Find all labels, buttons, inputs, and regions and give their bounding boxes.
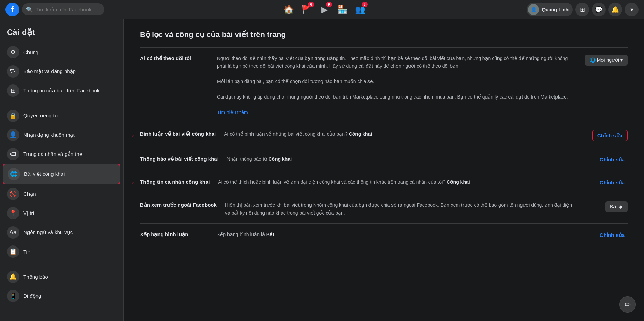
chinh-sua-xep-hang-button[interactable]: Chỉnh sửa bbox=[597, 231, 628, 240]
section-action: 🌐 Mọi người ▾ bbox=[585, 55, 628, 66]
section-label: Bản xem trước ngoài Facebook bbox=[140, 201, 217, 208]
arrow-annotation-2: → bbox=[126, 177, 136, 188]
section-binh-luan: → Bình luận về bài viết công khai Ai có … bbox=[140, 123, 628, 148]
section-desc: Xếp hạng bình luận là Bật bbox=[217, 231, 578, 238]
section-xep-hang: Xếp hạng bình luận Xếp hạng bình luận là… bbox=[140, 223, 628, 247]
section-thong-bao-bvck: Thông báo về bài viết công khai Nhận thô… bbox=[140, 148, 628, 171]
bat-button[interactable]: Bật ◆ bbox=[605, 201, 628, 212]
section-label: Xếp hạng bình luận bbox=[140, 231, 209, 238]
sidebar-item-label: Chặn bbox=[23, 191, 36, 197]
main-layout: Cài đặt ⚙ Chung 🛡 Bảo mật và đăng nhập ⊞… bbox=[0, 0, 644, 321]
chinh-sua-thong-tin-button[interactable]: Chỉnh sửa bbox=[597, 178, 628, 187]
sidebar-item-label: Bài viết công khai bbox=[24, 171, 65, 177]
bell-icon: 🔔 bbox=[7, 271, 19, 283]
page-title: Bộ lọc và công cụ của bài viết trên tran… bbox=[140, 30, 628, 39]
nav-video[interactable]: ▶ 9 bbox=[316, 1, 333, 18]
sidebar-item-label: Thông báo bbox=[23, 274, 48, 280]
section-action: Chỉnh sửa bbox=[586, 155, 628, 164]
news-icon: 📋 bbox=[7, 245, 19, 258]
mobile-icon: 📱 bbox=[7, 290, 19, 302]
video-badge: 9 bbox=[326, 2, 332, 7]
section-action: Chỉnh sửa bbox=[586, 231, 628, 240]
apps-button[interactable]: ⊞ bbox=[575, 3, 589, 16]
notifications-button[interactable]: 🔔 bbox=[608, 3, 622, 16]
search-icon: 🔍 bbox=[26, 6, 33, 13]
nav-store[interactable]: 🏪 bbox=[334, 1, 351, 18]
sidebar-item-chung[interactable]: ⚙ Chung bbox=[3, 43, 120, 62]
lock-icon: 🔒 bbox=[7, 110, 19, 122]
user-name: Quang Linh bbox=[542, 7, 569, 12]
section-ban-xem-truoc: Bản xem trước ngoài Facebook Hiển thị bả… bbox=[140, 194, 628, 223]
sidebar-item-label: Nhận dạng khuôn mặt bbox=[23, 132, 75, 138]
chinh-sua-thong-bao-button[interactable]: Chỉnh sửa bbox=[597, 155, 628, 164]
tag-icon: 🏷 bbox=[7, 148, 19, 160]
sidebar-item-label: Vị trí bbox=[23, 210, 34, 216]
block-icon: 🚫 bbox=[7, 188, 19, 200]
search-bar[interactable]: 🔍 bbox=[22, 3, 104, 15]
nav-home[interactable]: 🏠 bbox=[281, 1, 297, 18]
globe-icon: 🌐 bbox=[8, 168, 20, 180]
section-theo-doi: Ai có thể theo dõi tôi Người theo dõi sẽ… bbox=[140, 47, 628, 123]
sidebar-item-label: Di động bbox=[23, 293, 41, 299]
dropdown-button[interactable]: ▾ bbox=[625, 3, 639, 16]
location-icon: 📍 bbox=[7, 207, 19, 219]
sidebar-item-trang-ca-nhan[interactable]: 🏷 Trang cá nhân và gắn thẻ bbox=[3, 145, 120, 164]
section-thong-tin-ca-nhan: → Thông tin cá nhân công khai Ai có thể … bbox=[140, 171, 628, 194]
section-desc: Hiển thị bản xem trước khi bài viết tron… bbox=[225, 201, 578, 217]
facebook-logo[interactable]: f bbox=[5, 3, 19, 16]
sidebar-item-nhan-dang[interactable]: 👤 Nhận dạng khuôn mặt bbox=[3, 125, 120, 145]
sidebar-item-quyen-rieng-tu[interactable]: 🔒 Quyền riêng tư bbox=[3, 106, 120, 125]
sidebar-item-label: Bảo mật và đăng nhập bbox=[23, 68, 76, 74]
shield-icon: 🛡 bbox=[7, 65, 19, 78]
language-icon: Aa bbox=[7, 226, 19, 239]
sidebar-item-bao-mat[interactable]: 🛡 Bảo mật và đăng nhập bbox=[3, 62, 120, 81]
section-desc: Nhận thông báo từ Công khai bbox=[227, 155, 578, 163]
sidebar-item-vi-tri[interactable]: 📍 Vị trí bbox=[3, 204, 120, 223]
topnav-right: 👤 Quang Linh ⊞ 💬 🔔 ▾ bbox=[527, 3, 639, 16]
sidebar-item-di-dong[interactable]: 📱 Di động bbox=[3, 286, 120, 306]
sidebar-item-label: Trang cá nhân và gắn thẻ bbox=[23, 151, 82, 157]
section-desc: Ai có thể thích hoặc bình luận về ảnh đạ… bbox=[218, 178, 578, 186]
sidebar-item-tin[interactable]: 📋 Tin bbox=[3, 242, 120, 261]
chinh-sua-binh-luan-button[interactable]: Chỉnh sửa bbox=[592, 130, 628, 141]
search-input[interactable] bbox=[36, 7, 100, 12]
section-label: Thông báo về bài viết công khai bbox=[140, 155, 219, 162]
sidebar-item-label: Chung bbox=[23, 49, 38, 55]
section-label: Thông tin cá nhân công khai bbox=[140, 178, 210, 185]
gear-icon: ⚙ bbox=[7, 46, 19, 58]
section-desc: Ai có thể bình luận về những bài viết cô… bbox=[224, 130, 578, 138]
sidebar-item-label: Quyền riêng tư bbox=[23, 113, 58, 119]
divider bbox=[3, 264, 120, 264]
top-navigation: f 🔍 🏠 🚩 6 ▶ 9 🏪 👥 3 👤 Quang Linh ⊞ bbox=[0, 0, 644, 19]
messenger-button[interactable]: 💬 bbox=[592, 3, 606, 16]
sidebar-item-label: Tin bbox=[23, 249, 30, 255]
sidebar-item-chan[interactable]: 🚫 Chặn bbox=[3, 184, 120, 204]
avatar: 👤 bbox=[528, 4, 539, 15]
arrow-annotation: → bbox=[126, 130, 136, 141]
section-desc: Người theo dõi sẽ nhìn thấy bài viết của… bbox=[217, 55, 577, 116]
section-label: Ai có thể theo dõi tôi bbox=[140, 55, 209, 62]
sidebar-item-thong-tin[interactable]: ⊞ Thông tin của bạn trên Facebook bbox=[3, 81, 120, 100]
sidebar-item-bai-viet-cong-khai[interactable]: 🌐 Bài viết công khai bbox=[3, 164, 120, 184]
topnav-center: 🏠 🚩 6 ▶ 9 🏪 👥 3 bbox=[122, 1, 527, 18]
sidebar-item-thong-bao[interactable]: 🔔 Thông báo bbox=[3, 267, 120, 286]
moi-nguoi-button[interactable]: 🌐 Mọi người ▾ bbox=[585, 55, 628, 66]
topnav-left: f 🔍 bbox=[5, 3, 122, 16]
divider bbox=[3, 103, 120, 103]
main-content: Bộ lọc và công cụ của bài viết trên tran… bbox=[124, 19, 644, 321]
flag-badge: 6 bbox=[308, 2, 314, 7]
section-action: Chỉnh sửa bbox=[586, 178, 628, 187]
people-badge: 3 bbox=[362, 2, 368, 7]
sidebar: Cài đặt ⚙ Chung 🛡 Bảo mật và đăng nhập ⊞… bbox=[0, 19, 124, 321]
section-action: Bật ◆ bbox=[586, 201, 628, 212]
sidebar-title: Cài đặt bbox=[3, 25, 120, 43]
nav-people[interactable]: 👥 3 bbox=[352, 1, 368, 18]
nav-flag[interactable]: 🚩 6 bbox=[298, 1, 315, 18]
section-label: Bình luận về bài viết công khai bbox=[140, 130, 216, 137]
float-edit-button[interactable]: ✏ bbox=[619, 296, 636, 313]
sidebar-item-ngon-ngu[interactable]: Aa Ngôn ngữ và khu vực bbox=[3, 223, 120, 242]
sidebar-item-label: Thông tin của bạn trên Facebook bbox=[23, 88, 99, 94]
face-icon: 👤 bbox=[7, 129, 19, 141]
tim-hieu-them-link[interactable]: Tìm hiểu thêm bbox=[217, 110, 248, 115]
user-profile-btn[interactable]: 👤 Quang Linh bbox=[527, 3, 573, 16]
